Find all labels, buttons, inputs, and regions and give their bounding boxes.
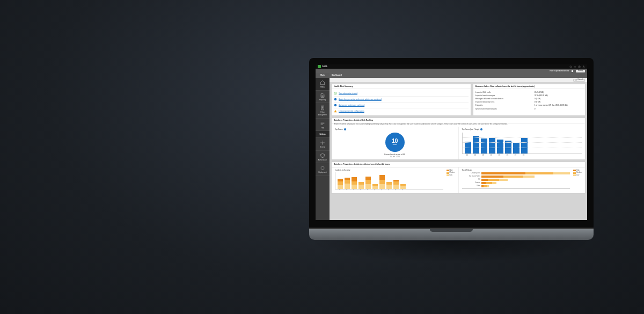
- laptop-frame: DATA Role: Super Administrator Deploy Ma…: [309, 58, 594, 262]
- brand-text: DATA: [322, 65, 327, 68]
- card-header: Business Value - Data collected over the…: [473, 84, 585, 89]
- top-5-policies-panel: Top 5 Policies Company DataTop Source Ru…: [458, 167, 586, 193]
- chart-stacked-bar[interactable]: [352, 177, 357, 189]
- severity-legend: High Medium Low: [447, 169, 455, 192]
- chart-hbar-row[interactable]: Finance: [462, 182, 570, 184]
- risk-date: 15 Jan. 2020: [335, 156, 455, 158]
- hbar-label: Top Source Rules: [462, 176, 480, 177]
- legend-swatch-high: [447, 170, 449, 171]
- shield-icon: [320, 153, 325, 158]
- hbar-label: Finance: [462, 182, 480, 184]
- nav-item-settings[interactable]: Settings: [316, 131, 330, 138]
- nav-item-reporting[interactable]: Reporting: [316, 91, 330, 104]
- chart-x-axis: D1D2D3D4D5D6D7D8: [462, 155, 582, 156]
- bizval-table: Inspected Web traffic2849 (4 MB)Inspecte…: [473, 89, 585, 112]
- subheader: Top Cases: [335, 128, 343, 130]
- hbar-label: Company Data: [462, 172, 480, 174]
- chart-bar[interactable]: [513, 143, 519, 154]
- settings-icon[interactable]: [573, 65, 576, 68]
- role-label: Role: Super Administrator: [550, 70, 569, 72]
- legend-swatch-low: [573, 174, 576, 176]
- nav-item-deployment[interactable]: Deployment: [316, 163, 330, 176]
- check-circle-icon: [334, 92, 337, 95]
- card-dlp-incidents-24h: Data Loss Prevention - Incidents collect…: [331, 162, 586, 194]
- user-icon[interactable]: [582, 65, 585, 68]
- nav-item-status[interactable]: Status: [316, 78, 330, 91]
- alert-link[interactable]: A discovery policies are confirmed: [339, 104, 364, 106]
- rolebar: Role: Super Administrator Deploy: [316, 69, 587, 73]
- help-icon[interactable]: ?: [480, 128, 482, 130]
- app-screen: DATA Role: Super Administrator Deploy Ma…: [316, 64, 587, 220]
- alert-row: 1 missing essential configurations: [334, 108, 469, 114]
- chart-bar[interactable]: [489, 138, 495, 154]
- chart-bar[interactable]: [497, 140, 503, 153]
- nav-item-policy-management[interactable]: Policy Management: [316, 103, 330, 118]
- deploy-button[interactable]: Deploy: [576, 70, 585, 72]
- chart-bar[interactable]: [473, 136, 479, 154]
- chart-stacked-bar[interactable]: [338, 179, 343, 189]
- home-icon: [320, 80, 325, 85]
- screen-bezel: DATA Role: Super Administrator Deploy Ma…: [309, 58, 594, 228]
- chart-hbar-row[interactable]: PII: [462, 179, 570, 181]
- incidents-by-severity-panel: Incidents by Severity 000204060810121416…: [332, 167, 458, 193]
- alert-row: A discovery policies are confirmed: [334, 103, 469, 108]
- legend-swatch-medium: [573, 172, 576, 174]
- alerts-icon[interactable]: [569, 65, 572, 68]
- logs-icon: [320, 121, 325, 126]
- alert-link[interactable]: A data loss prevention and mobile polici…: [339, 98, 382, 100]
- subheader: Top 5 Policies: [462, 169, 472, 171]
- chart-top-cases-7d: [462, 133, 582, 154]
- card-dlp-risk-ranking: Data Loss Prevention - Incident Risk Ran…: [331, 118, 586, 160]
- card-health-alert-summary: Health Alert Summary Your subscription i…: [331, 84, 471, 116]
- help-icon[interactable]: ?: [344, 128, 346, 130]
- app-topbar: DATA: [316, 64, 587, 69]
- card-header: Health Alert Summary: [332, 84, 471, 89]
- svg-point-7: [334, 98, 337, 101]
- policy-icon: [320, 105, 325, 111]
- chart-stacked-bar[interactable]: [365, 177, 371, 189]
- chart-bar[interactable]: [481, 138, 487, 153]
- alert-link[interactable]: 1 missing essential configurations: [339, 110, 364, 112]
- svg-point-4: [583, 65, 584, 67]
- refresh-button[interactable]: Refresh: [573, 79, 585, 82]
- gear-icon: [320, 140, 325, 145]
- nav-rail-main[interactable]: Main: [316, 73, 330, 78]
- chart-hbar-row[interactable]: Company Data: [462, 172, 570, 174]
- nav-item-general[interactable]: General: [316, 138, 330, 151]
- svg-point-5: [322, 142, 324, 144]
- chart-hbar-row[interactable]: Top Source Rules: [462, 176, 570, 178]
- chart-stacked-bar[interactable]: [345, 178, 350, 188]
- alert-link[interactable]: Your subscription is valid: [339, 92, 357, 94]
- chart-incidents-severity: [335, 172, 443, 189]
- svg-point-1: [574, 66, 575, 67]
- chart-top-policies: Company DataTop Source RulesPIIFinanceOt…: [462, 172, 570, 189]
- kv-row: Synchronized mobile devices0: [475, 107, 583, 111]
- chart-hbar-row[interactable]: Other: [462, 185, 570, 187]
- svg-point-6: [334, 92, 337, 95]
- nav-item-logs[interactable]: Logs: [316, 119, 330, 132]
- help-icon[interactable]: [577, 65, 581, 68]
- info-icon: [334, 104, 337, 107]
- card-header: Data Loss Prevention - Incidents collect…: [332, 162, 585, 167]
- chart-x-axis: 00020406081012141618: [335, 190, 443, 192]
- info-icon: [334, 98, 337, 101]
- top-cases-count-badge[interactable]: 10 cases: [385, 133, 405, 152]
- nav-item-authorization[interactable]: Authorization: [316, 151, 330, 164]
- role-grid-icon[interactable]: [571, 70, 574, 72]
- deploy-icon: [320, 165, 325, 171]
- legend-swatch-low: [447, 174, 449, 176]
- dlp-top-cases-panel: Top Cases? 10 cases Exceed a risk score …: [332, 127, 458, 160]
- alert-row: A data loss prevention and mobile polici…: [334, 97, 469, 103]
- legend-swatch-medium: [447, 172, 449, 174]
- trackpad-notch: [430, 229, 473, 232]
- warning-icon: [334, 109, 337, 113]
- svg-point-8: [334, 104, 337, 107]
- brand-badge-icon: [318, 65, 321, 68]
- alert-row: Your subscription is valid: [334, 91, 469, 97]
- chart-bar[interactable]: [521, 138, 528, 154]
- hbar-label: Other: [462, 185, 480, 187]
- chart-stacked-bar[interactable]: [379, 175, 385, 189]
- chart-stacked-bar[interactable]: [393, 180, 399, 189]
- page-title: Dashboard: [330, 73, 587, 78]
- hbar-label: PII: [462, 179, 480, 180]
